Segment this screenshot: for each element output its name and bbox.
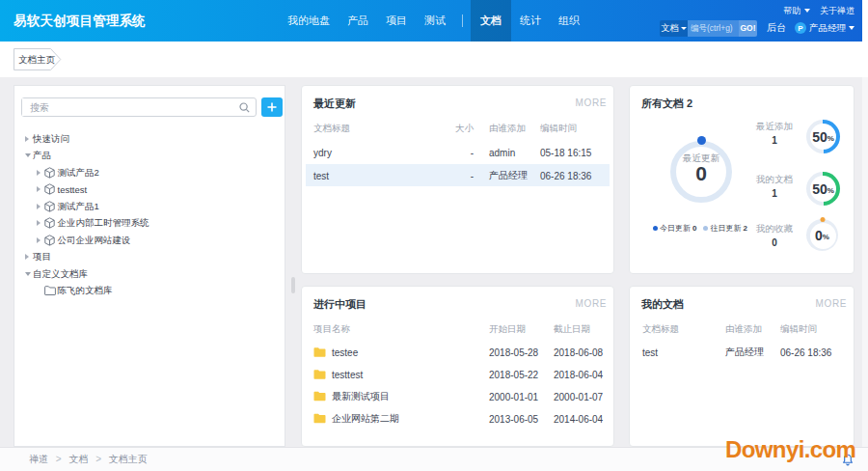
tree-item[interactable]: 自定义文档库 [14,265,285,283]
caret-right-icon[interactable] [25,254,29,260]
more-link[interactable]: MORE [576,97,607,108]
tree-item[interactable]: 项目 [14,249,285,266]
col-edit-time: 编辑时间 [780,322,817,335]
tree-item-label: 测试产品1 [58,200,99,212]
go-button[interactable]: GO! [739,20,757,37]
breadcrumb-zentao[interactable]: 禅道 [29,454,48,464]
nav-doc-active[interactable]: 文档 [471,0,511,42]
caret-right-icon[interactable] [37,170,41,176]
legend-label: 往日更新 [710,223,741,234]
nav-my-zone[interactable]: 我的地盘 [279,0,339,42]
project-name-cell[interactable]: testtest [313,369,363,379]
tree-item-label: testtest [58,184,88,195]
project-name-cell[interactable]: testee [313,346,358,357]
tree-item[interactable]: 产品 [14,148,285,165]
tree-item[interactable]: 测试产品2 [14,164,285,181]
donut-top-dot [697,136,706,145]
tree-item[interactable]: 测试产品1 [14,198,285,215]
table-row[interactable]: test - 产品经理 06-26 18:36 [302,164,613,186]
doc-title-cell[interactable]: test [313,170,329,180]
add-library-button[interactable] [261,97,283,117]
project-name-cell[interactable]: 企业网站第二期 [313,412,399,426]
table-header-row: 文档标题 大小 由谁添加 编辑时间 [302,118,613,138]
chevron-down-icon [681,27,687,30]
col-added-by: 由谁添加 [725,322,762,335]
table-row[interactable]: 企业网站第二期2013-06-052014-06-04 [302,407,613,429]
project-name[interactable]: 企业网站第二期 [332,412,399,426]
tree-item[interactable]: 企业内部工时管理系统 [14,215,285,233]
nav-org[interactable]: 组织 [550,0,588,42]
search-scope-dropdown[interactable]: 文档 [660,20,688,37]
project-name-cell[interactable]: 最新测试项目 [313,390,390,403]
nav-test[interactable]: 测试 [416,0,454,42]
chevron-down-icon [849,26,854,30]
card-my-docs: 我的文档 MORE 文档标题 由谁添加 编辑时间 test 产品经理 06-26… [629,286,854,447]
app-logo: 易软天创项目管理系统 [14,0,146,42]
folder-icon [44,286,56,295]
table-row[interactable]: test 产品经理 06-26 18:36 [630,341,854,363]
help-menu[interactable]: 帮助 [783,5,810,17]
tree-item-label: 公司企业网站建设 [58,234,131,246]
caret-right-icon[interactable] [37,237,41,243]
nav-project[interactable]: 项目 [377,0,416,42]
table-row[interactable]: 最新测试项目2000-01-012000-01-07 [302,385,613,407]
start-date-cell: 2000-01-01 [489,391,538,402]
card-title: 进行中项目 [313,297,366,312]
global-search-input[interactable] [688,20,739,37]
project-name[interactable]: testee [332,346,358,357]
stat-label: 最近添加 [755,121,794,133]
stat-my-favorites: 我的收藏 0 [755,223,794,248]
avatar[interactable]: P [795,22,806,34]
admin-link[interactable]: 后台 [767,21,786,35]
tree-item-label: 自定义文档库 [33,267,88,280]
col-edit-time: 编辑时间 [540,122,577,134]
nav-stats[interactable]: 统计 [511,0,550,42]
end-date-cell: 2014-06-04 [554,413,603,424]
caret-down-icon[interactable] [25,153,31,157]
product-cube-icon [44,235,55,246]
doc-library-sidebar: 快速访问产品测试产品2testtest测试产品1企业内部工时管理系统公司企业网站… [14,85,285,447]
stat-donut-my-docs: 50% [806,172,840,206]
sidebar-search-input[interactable] [22,98,238,116]
stat-label: 我的文档 [755,174,794,186]
tree-item-label: 快速访问 [33,132,69,145]
col-doc-title: 文档标题 [642,322,679,335]
legend-value: 0 [692,224,696,233]
caret-right-icon[interactable] [37,186,41,192]
more-link[interactable]: MORE [816,298,847,309]
folder-icon [313,369,326,379]
nav-divider [462,14,463,27]
chevron-down-icon [804,9,810,13]
nav-product[interactable]: 产品 [339,0,377,42]
legend-dot-today [653,226,658,231]
project-name[interactable]: 最新测试项目 [332,390,390,403]
table-row[interactable]: ydry - admin 05-18 16:15 [302,141,613,163]
doc-title-cell[interactable]: test [642,346,658,357]
breadcrumb-separator: > [56,454,62,464]
caret-right-icon[interactable] [25,136,29,142]
tree-item[interactable]: 公司企业网站建设 [14,232,285,249]
caret-down-icon[interactable] [25,272,31,276]
breadcrumb-doc[interactable]: 文档 [68,454,88,464]
table-row[interactable]: testee2018-05-282018-06-08 [302,341,613,363]
about-link[interactable]: 关于禅道 [820,5,854,17]
main-scrollbar-thumb[interactable] [291,277,295,293]
project-name[interactable]: testtest [332,369,363,379]
card-ongoing-projects: 进行中项目 MORE 项目名称 开始日期 截止日期 testee2018-05-… [301,286,614,447]
card-title: 我的文档 [641,297,684,312]
table-row[interactable]: testtest2018-05-222018-06-04 [302,363,613,385]
tree-item[interactable]: 陈飞的文档库 [14,283,285,300]
caret-right-icon[interactable] [37,204,41,209]
more-link[interactable]: MORE [576,298,607,309]
card-title: 最近更新 [313,97,356,111]
app-header: 易软天创项目管理系统 我的地盘 产品 项目 测试 文档 统计 组织 帮助 关于禅… [0,0,862,42]
user-menu[interactable]: 产品经理 [809,22,854,35]
window-scrollbar-track[interactable] [862,77,868,447]
caret-right-icon[interactable] [37,220,41,226]
card-all-docs: 所有文档 2 最近更新 0 今日更新 0 往日更新 2 最近添加 1 50% 我… [629,85,854,274]
folder-icon [313,413,326,424]
tab-doc-home[interactable]: 文档主页 [14,48,62,70]
tree-item[interactable]: 快速访问 [14,130,285,148]
doc-title-cell[interactable]: ydry [313,147,332,157]
tree-item[interactable]: testtest [14,181,285,199]
